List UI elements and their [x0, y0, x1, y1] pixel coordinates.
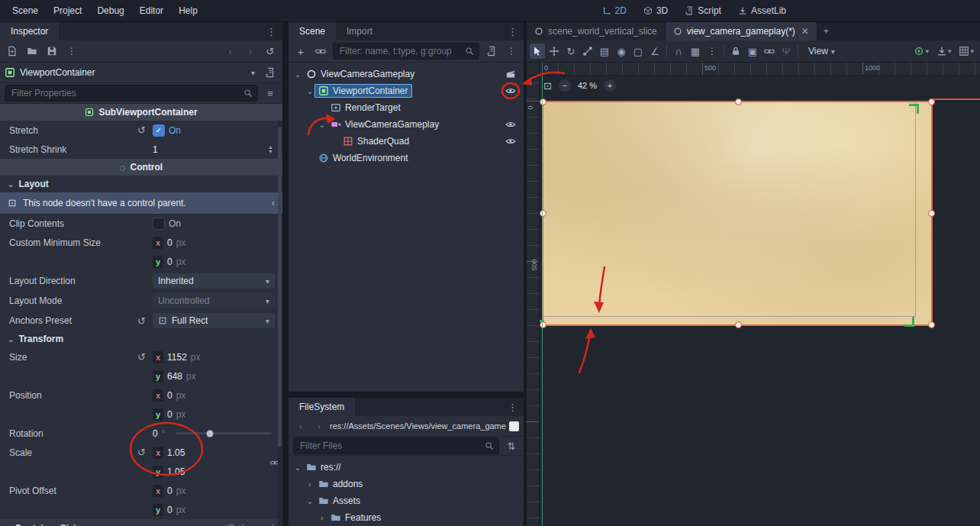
value-field[interactable]: 0: [167, 486, 172, 496]
chevron-down-icon[interactable]: ⌄: [305, 497, 314, 505]
fs-row-assets[interactable]: ⌄ Assets: [289, 492, 524, 509]
fs-forward-button[interactable]: ›: [311, 418, 327, 434]
scale-y-value[interactable]: 1.05: [167, 466, 185, 477]
select-tool[interactable]: [530, 44, 545, 59]
menu-help[interactable]: Help: [171, 2, 205, 19]
center-view-icon[interactable]: ⊡: [543, 81, 552, 91]
resize-handle-bottom[interactable]: [735, 321, 742, 328]
value-field[interactable]: 0: [167, 390, 172, 401]
value-field[interactable]: 0: [167, 257, 172, 267]
layout-warning-banner[interactable]: This node doesn't have a control parent.…: [0, 192, 282, 214]
scene-filter-input[interactable]: [333, 43, 479, 60]
scale-x-value[interactable]: 1.05: [167, 447, 185, 458]
grid-menu[interactable]: ▾: [956, 44, 977, 58]
lock-node-button[interactable]: [728, 44, 743, 59]
rotation-value[interactable]: 0: [153, 428, 158, 439]
filter-files-input[interactable]: [293, 437, 499, 454]
move-tool[interactable]: [546, 44, 562, 59]
revert-icon[interactable]: ↺: [137, 447, 146, 458]
tree-row-shaderquad[interactable]: ShaderQuad: [289, 133, 524, 150]
tab-filesystem[interactable]: FileSystem: [289, 398, 355, 416]
filter-properties-field[interactable]: [10, 87, 240, 99]
visibility-eye-icon[interactable]: [505, 136, 521, 147]
pivot-tool[interactable]: ◉: [614, 44, 629, 59]
tab-inspector[interactable]: Inspector: [0, 22, 59, 40]
zoom-out-button[interactable]: −: [559, 79, 571, 92]
resize-handle-bl[interactable]: [540, 321, 546, 328]
revert-icon[interactable]: ↺: [137, 124, 146, 136]
resize-handle-tr[interactable]: [928, 98, 935, 105]
history-forward-button[interactable]: ›: [243, 44, 258, 59]
new-scene-tab-button[interactable]: +: [817, 22, 835, 40]
close-tab-icon[interactable]: ✕: [800, 26, 809, 37]
sort-files-icon[interactable]: ⇅: [504, 438, 519, 453]
scene-dock-menu-icon[interactable]: ⋮: [501, 22, 524, 40]
skeleton-options-icon[interactable]: Ψ: [779, 44, 794, 59]
revert-icon[interactable]: ↺: [137, 351, 146, 363]
zoom-level[interactable]: 42 %: [578, 81, 597, 90]
rotation-slider[interactable]: [176, 432, 272, 434]
scene-tree-options-icon[interactable]: ⋮: [504, 44, 519, 59]
fs-row-res[interactable]: ⌄ res://: [289, 459, 524, 476]
zoom-in-button[interactable]: +: [604, 79, 616, 92]
spinner-stepper[interactable]: ▲▼: [268, 145, 275, 154]
2d-canvas[interactable]: 0 500 1000 0 500 ⊡ − 42 % +: [527, 63, 980, 526]
value-field[interactable]: 648: [167, 371, 182, 382]
snap-options-icon[interactable]: ⋮: [704, 44, 720, 59]
inspector-scrollbar[interactable]: [278, 121, 282, 526]
anchors-preset-dropdown[interactable]: Full Rect ▾: [153, 313, 275, 328]
layout-direction-dropdown[interactable]: Inherited ▾: [153, 273, 275, 289]
current-path[interactable]: res://Assets/Scenes/Views/view_camera_ga…: [330, 421, 506, 431]
fs-row-features[interactable]: › Features: [289, 509, 524, 526]
chevron-down-icon[interactable]: ⌄: [293, 463, 302, 472]
filter-properties-input[interactable]: [5, 85, 258, 102]
workspace-script[interactable]: Script: [679, 3, 727, 18]
scale-tool[interactable]: [580, 44, 595, 59]
grid-snap-icon[interactable]: ▦: [688, 44, 703, 59]
object-history-icon[interactable]: ↺: [263, 44, 278, 59]
chevron-right-icon[interactable]: ›: [305, 480, 314, 489]
visibility-eye-icon[interactable]: [505, 86, 521, 97]
class-section-control[interactable]: ◌ Control: [0, 159, 282, 176]
tree-row-viewportcontainer[interactable]: ⌄ ViewportContainer: [289, 82, 524, 99]
ruler-tool[interactable]: ∠: [647, 44, 662, 59]
filesystem-dock-menu-icon[interactable]: ⋮: [501, 398, 524, 416]
chevron-down-icon[interactable]: ⌄: [293, 70, 302, 79]
workspace-2d[interactable]: 2D: [596, 3, 633, 18]
resize-handle-br[interactable]: [928, 321, 935, 328]
revert-icon[interactable]: ↺: [137, 315, 146, 327]
group-container-sizing[interactable]: › Container Sizing (2 changes): [0, 519, 282, 526]
chevron-right-icon[interactable]: ›: [318, 514, 327, 522]
scene-connections-icon[interactable]: [505, 69, 521, 80]
resize-handle-right[interactable]: [928, 210, 935, 217]
add-node-button[interactable]: +: [293, 44, 308, 59]
tree-row-rendertarget[interactable]: RenderTarget: [289, 99, 524, 116]
open-docs-button[interactable]: [263, 65, 278, 80]
mesh-link-button[interactable]: [762, 44, 777, 59]
inspector-dock-menu-icon[interactable]: ⋮: [260, 22, 282, 40]
group-transform[interactable]: ⌄ Transform: [0, 331, 282, 347]
fs-back-button[interactable]: ‹: [293, 418, 308, 434]
load-resource-button[interactable]: [24, 44, 40, 59]
resize-handle-tl[interactable]: [540, 98, 546, 105]
save-resource-button[interactable]: [44, 44, 60, 59]
resource-options-icon[interactable]: ⋮: [64, 44, 79, 59]
stretch-shrink-value[interactable]: 1: [153, 144, 158, 155]
tree-row-worldenvironment[interactable]: WorldEnvironment: [289, 150, 524, 166]
overlays-menu[interactable]: ▾: [933, 44, 955, 58]
camera-preview-menu[interactable]: ▾: [911, 44, 932, 58]
pan-tool[interactable]: ▢: [630, 44, 646, 59]
rotate-tool[interactable]: ↻: [563, 44, 579, 59]
tree-row-viewcameragameplay-camera[interactable]: ⌄ ViewCameraGameplay: [289, 116, 524, 133]
clip-contents-checkbox[interactable]: [153, 218, 165, 230]
history-back-button[interactable]: ‹: [223, 44, 238, 59]
stretch-checkbox[interactable]: ✓: [153, 124, 165, 137]
resize-handle-top[interactable]: [735, 98, 742, 105]
smart-snap-icon[interactable]: ∩: [671, 44, 686, 59]
scene-tab-world-slice[interactable]: scene_world_vertical_slice: [527, 22, 666, 40]
resize-handle-left[interactable]: [540, 210, 546, 217]
edited-object-selector[interactable]: ViewportContainer ▾: [0, 63, 282, 83]
tab-import[interactable]: Import: [336, 22, 383, 40]
filter-files-field[interactable]: [298, 440, 482, 452]
value-field[interactable]: 0: [167, 505, 172, 515]
